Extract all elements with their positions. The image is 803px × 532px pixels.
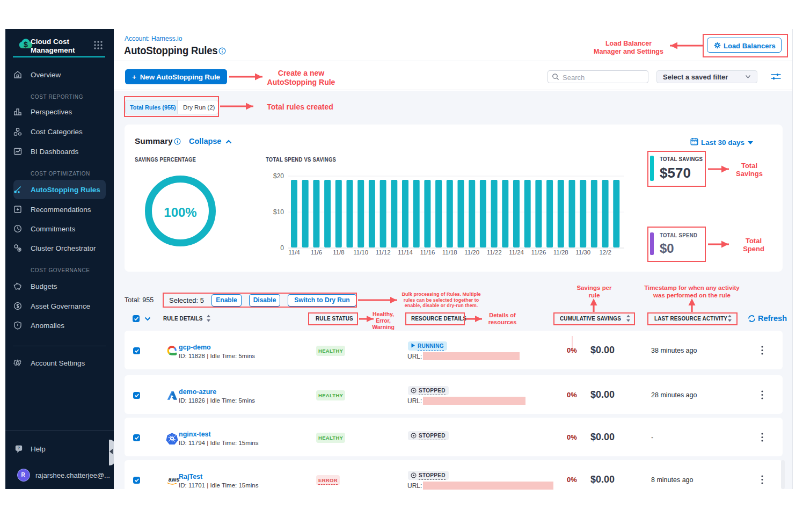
svg-text:$10: $10 (273, 208, 284, 216)
svg-text:11/26: 11/26 (531, 249, 546, 256)
svg-text:$: $ (24, 40, 28, 49)
svg-text:11/10: 11/10 (353, 249, 368, 256)
svg-text:11/16: 11/16 (420, 249, 435, 256)
svg-text:11/12: 11/12 (376, 249, 391, 256)
svg-text:0: 0 (280, 244, 284, 252)
svg-text:11/20: 11/20 (464, 249, 479, 256)
svg-text:11/8: 11/8 (333, 249, 345, 256)
svg-text:11/14: 11/14 (398, 249, 413, 256)
svg-text:aws: aws (169, 476, 180, 483)
svg-text:11/24: 11/24 (509, 249, 524, 256)
svg-text:11/30: 11/30 (575, 249, 590, 256)
svg-text:11/28: 11/28 (553, 249, 568, 256)
svg-text:11/22: 11/22 (487, 249, 502, 256)
svg-text:11/6: 11/6 (311, 249, 323, 256)
svg-text:11/4: 11/4 (288, 249, 300, 256)
svg-text:11/18: 11/18 (442, 249, 457, 256)
svg-text:$20: $20 (273, 172, 284, 180)
svg-text:?: ? (18, 446, 20, 450)
svg-text:12/2: 12/2 (599, 249, 611, 256)
